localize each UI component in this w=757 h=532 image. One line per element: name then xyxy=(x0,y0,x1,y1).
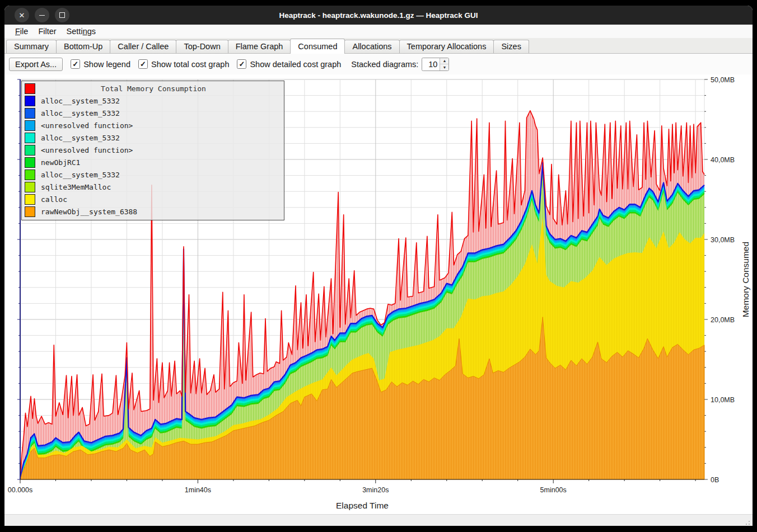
legend-swatch-icon xyxy=(25,96,35,106)
checkbox-show-detailed-cost-graph[interactable]: ✓Show detailed cost graph xyxy=(237,59,341,69)
legend-swatch-icon xyxy=(25,108,35,119)
checkbox-group: ✓Show legend✓Show total cost graph✓Show … xyxy=(63,59,341,69)
checkbox-label: Show detailed cost graph xyxy=(250,60,341,69)
maximize-icon xyxy=(59,12,65,18)
x-tick-label: 5min00s xyxy=(540,486,567,494)
legend-swatch-icon xyxy=(25,194,35,205)
legend-label: rawNewObj__system_6388 xyxy=(41,208,137,216)
legend-label: alloc__system_5332 xyxy=(41,109,120,117)
heaptrack-window: ✕ Heaptrack - heaptrack.wakunode.1.gz — … xyxy=(4,6,753,526)
tab-sizes[interactable]: Sizes xyxy=(493,40,529,53)
tab-caller-callee[interactable]: Caller / Callee xyxy=(110,40,176,53)
y-tick-label: 30,0MB xyxy=(711,236,735,244)
legend-swatch-icon xyxy=(25,133,35,143)
stacked-diagrams-stepper[interactable]: 10 ▲ ▼ xyxy=(422,58,449,71)
legend-swatch-icon xyxy=(25,157,35,168)
x-tick-label: 3min20s xyxy=(362,486,389,494)
legend-label: alloc__system_5332 xyxy=(41,97,120,105)
checkbox-icon[interactable]: ✓ xyxy=(237,59,246,69)
checkbox-icon[interactable]: ✓ xyxy=(71,59,80,69)
tab-flame-graph[interactable]: Flame Graph xyxy=(228,40,291,53)
legend-item: alloc__system_5332 xyxy=(22,107,284,119)
legend-item: <unresolved function> xyxy=(22,119,284,131)
legend-label: <unresolved function> xyxy=(41,121,133,130)
legend-swatch-icon xyxy=(25,83,35,94)
legend-label: calloc xyxy=(41,195,67,204)
resize-grip-icon[interactable] xyxy=(744,519,750,525)
legend-item: rawNewObj__system_6388 xyxy=(22,205,284,218)
tab-summary[interactable]: Summary xyxy=(6,40,57,53)
checkbox-show-total-cost-graph[interactable]: ✓Show total cost graph xyxy=(138,59,229,69)
legend-swatch-icon xyxy=(25,145,35,156)
legend-swatch-icon xyxy=(25,206,35,217)
stacked-diagrams-value[interactable]: 10 xyxy=(422,58,440,70)
legend-label: newObjRC1 xyxy=(41,158,80,167)
x-axis-title: Elapsed Time xyxy=(336,501,389,510)
y-tick-label: 20,0MB xyxy=(711,316,735,324)
chart-legend: Total Memory Consumptionalloc__system_53… xyxy=(21,81,284,220)
legend-swatch-icon xyxy=(25,182,35,192)
menu-file[interactable]: File xyxy=(10,27,33,36)
menu-filter[interactable]: Filter xyxy=(33,27,61,36)
chart-toolbar: Export As... ✓Show legend✓Show total cos… xyxy=(4,54,753,74)
checkbox-label: Show legend xyxy=(83,60,130,69)
menu-settings[interactable]: Settings xyxy=(62,27,101,36)
stepper-up-icon[interactable]: ▲ xyxy=(440,58,448,65)
minimize-icon xyxy=(39,15,45,16)
y-tick-label: 10,0MB xyxy=(711,396,735,404)
legend-label: <unresolved function> xyxy=(41,146,133,154)
export-as-button[interactable]: Export As... xyxy=(9,58,63,71)
window-title: Heaptrack - heaptrack.wakunode.1.gz — He… xyxy=(4,11,753,20)
legend-item: calloc xyxy=(22,193,284,205)
tab-consumed[interactable]: Consumed xyxy=(290,39,345,54)
close-icon: ✕ xyxy=(19,12,25,19)
stepper-down-icon[interactable]: ▼ xyxy=(440,64,448,70)
legend-item: alloc__system_5332 xyxy=(22,95,284,107)
close-button[interactable]: ✕ xyxy=(15,8,29,22)
legend-label: alloc__system_5332 xyxy=(41,171,120,179)
legend-item: alloc__system_5332 xyxy=(22,131,284,144)
legend-item: alloc__system_5332 xyxy=(22,168,284,181)
y-tick-label: 50,0MB xyxy=(711,76,735,84)
y-tick-label: 0B xyxy=(711,476,719,484)
stacked-diagrams-label: Stacked diagrams: xyxy=(351,60,418,69)
tab-allocations[interactable]: Allocations xyxy=(344,40,399,53)
titlebar: ✕ Heaptrack - heaptrack.wakunode.1.gz — … xyxy=(4,6,753,25)
tabbar: SummaryBottom-UpCaller / CalleeTop-DownF… xyxy=(4,38,753,54)
legend-item: newObjRC1 xyxy=(22,156,284,168)
statusbar xyxy=(4,514,753,526)
y-axis-title: Memory Consumed xyxy=(741,242,750,317)
x-tick-label: 1min40s xyxy=(185,486,211,494)
checkbox-show-legend[interactable]: ✓Show legend xyxy=(71,59,130,69)
menubar: File Filter Settings xyxy=(4,25,753,38)
tab-bottom-up[interactable]: Bottom-Up xyxy=(56,40,110,53)
tab-temporary-allocations[interactable]: Temporary Allocations xyxy=(399,40,494,53)
y-tick-label: 40,0MB xyxy=(711,156,735,164)
legend-item: sqlite3MemMalloc xyxy=(22,181,284,193)
legend-swatch-icon xyxy=(25,120,35,131)
checkbox-icon[interactable]: ✓ xyxy=(138,59,148,69)
legend-label: alloc__system_5332 xyxy=(41,134,120,142)
x-tick-label: 00.000s xyxy=(8,486,32,494)
legend-swatch-icon xyxy=(25,170,35,180)
legend-item: <unresolved function> xyxy=(22,144,284,156)
tab-top-down[interactable]: Top-Down xyxy=(176,40,228,53)
minimize-button[interactable] xyxy=(35,8,49,22)
legend-label: Total Memory Consumption xyxy=(41,84,266,93)
legend-label: sqlite3MemMalloc xyxy=(41,183,111,191)
checkbox-label: Show total cost graph xyxy=(151,60,229,69)
legend-item: Total Memory Consumption xyxy=(22,82,284,95)
memory-consumption-chart[interactable]: 0B10,0MB20,0MB30,0MB40,0MB50,0MB00.000s1… xyxy=(4,74,753,514)
maximize-button[interactable] xyxy=(55,8,69,22)
